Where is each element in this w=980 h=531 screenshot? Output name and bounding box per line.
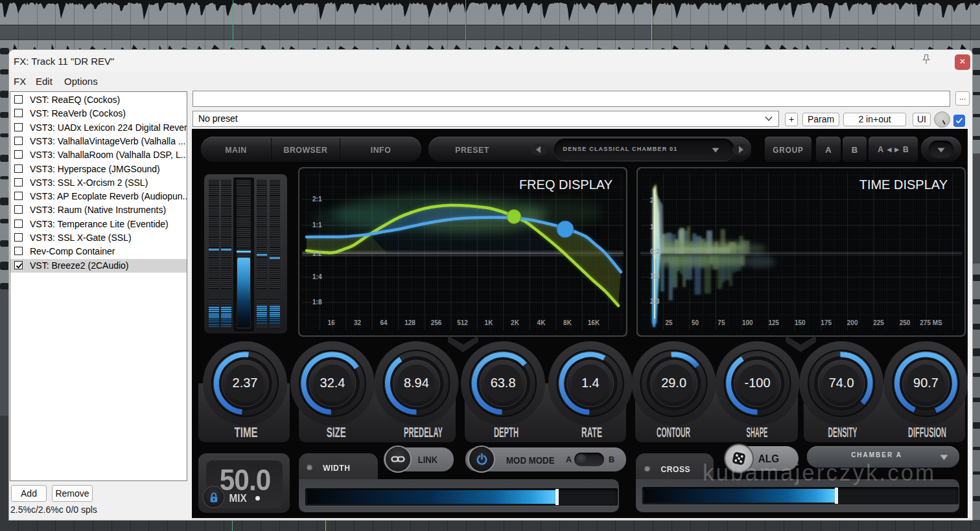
svg-text:PREDELAY: PREDELAY (404, 424, 443, 440)
svg-text:TIME: TIME (235, 424, 258, 440)
svg-text:32.4: 32.4 (320, 376, 345, 390)
svg-text:75: 75 (718, 319, 725, 326)
svg-text:2:3: 2:3 (650, 298, 660, 305)
svg-text:SIZE: SIZE (327, 424, 346, 440)
svg-text:250: 250 (900, 319, 911, 326)
svg-text:125: 125 (768, 319, 779, 326)
svg-text:175: 175 (821, 319, 832, 326)
svg-text:1: 1 (650, 223, 654, 231)
svg-text:256: 256 (431, 319, 442, 326)
svg-text:1:3: 1:3 (650, 273, 660, 280)
svg-text:0:3: 0:3 (650, 248, 660, 255)
svg-text:1:4: 1:4 (312, 273, 322, 280)
svg-text:CONTOUR: CONTOUR (657, 424, 690, 440)
svg-text:29.0: 29.0 (661, 376, 686, 390)
svg-text:1K: 1K (485, 319, 494, 326)
svg-text:2.37: 2.37 (233, 376, 258, 390)
svg-text:1:2: 1:2 (312, 250, 322, 257)
svg-text:2K: 2K (511, 319, 520, 326)
svg-text:32: 32 (354, 319, 362, 326)
svg-text:DIFFUSION: DIFFUSION (908, 424, 946, 440)
svg-text:8.94: 8.94 (404, 376, 429, 390)
svg-text:2:1: 2:1 (312, 196, 322, 203)
svg-text:275 MS: 275 MS (920, 319, 942, 326)
svg-text:512: 512 (457, 319, 468, 326)
svg-text:90.7: 90.7 (913, 376, 939, 390)
svg-text:FREQ DISPLAY: FREQ DISPLAY (519, 177, 612, 192)
svg-text:100: 100 (742, 319, 753, 326)
svg-text:1:1: 1:1 (312, 221, 322, 229)
svg-text:225: 225 (873, 319, 884, 326)
svg-text:200: 200 (847, 319, 858, 326)
svg-text:50: 50 (692, 319, 699, 326)
svg-text:DENSITY: DENSITY (828, 424, 858, 440)
svg-text:2: 2 (650, 197, 654, 204)
svg-text:RATE: RATE (581, 424, 602, 440)
svg-text:SHAPE: SHAPE (747, 424, 768, 440)
svg-text:64: 64 (380, 319, 388, 326)
svg-text:128: 128 (404, 319, 415, 326)
svg-text:16K: 16K (588, 319, 600, 326)
svg-text:74.0: 74.0 (829, 376, 854, 390)
svg-text:TIME DISPLAY: TIME DISPLAY (859, 177, 948, 192)
svg-text:4K: 4K (537, 319, 546, 326)
svg-text:150: 150 (795, 319, 806, 326)
svg-text:8K: 8K (563, 319, 572, 326)
svg-text:-100: -100 (744, 376, 770, 390)
svg-text:1:8: 1:8 (312, 299, 322, 306)
svg-text:1.4: 1.4 (581, 376, 600, 390)
svg-text:DEPTH: DEPTH (494, 424, 519, 440)
svg-text:16: 16 (327, 319, 335, 326)
svg-text:25: 25 (665, 319, 673, 326)
svg-text:63.8: 63.8 (491, 376, 516, 390)
